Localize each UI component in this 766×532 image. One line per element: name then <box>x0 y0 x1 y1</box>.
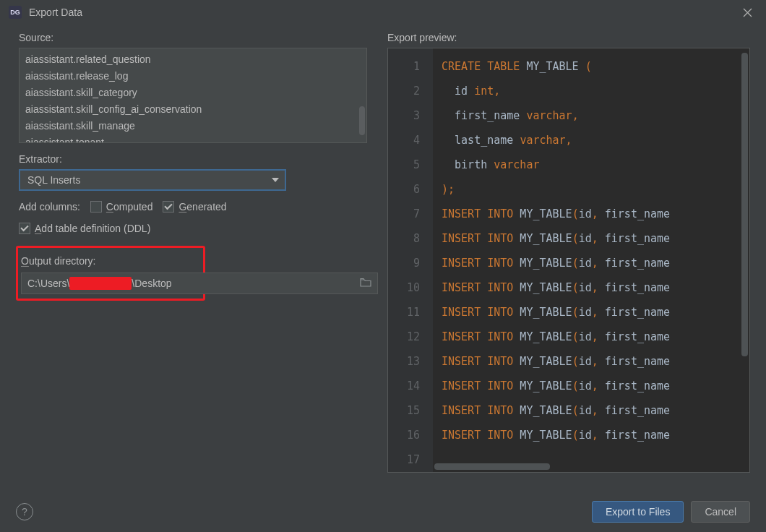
redacted-segment <box>69 277 132 290</box>
preview-horizontal-scrollbar[interactable] <box>434 463 550 470</box>
extractor-combobox[interactable]: SQL Inserts <box>19 169 286 191</box>
computed-label: Computed <box>106 201 153 213</box>
titlebar: DG Export Data <box>0 0 766 25</box>
list-item[interactable]: aiassistant.skill_manage <box>20 118 366 134</box>
list-item[interactable]: aiassistant.related_question <box>20 51 366 68</box>
source-list[interactable]: aiassistant.related_question aiassistant… <box>19 48 367 143</box>
extractor-value: SQL Inserts <box>27 174 272 186</box>
export-preview: 1234567891011121314151617 CREATE TABLE M… <box>387 48 750 473</box>
generated-checkbox[interactable]: Generated <box>163 201 226 213</box>
output-path-prefix: C:\Users\ <box>27 278 69 289</box>
code-area[interactable]: CREATE TABLE MY_TABLE ( id int, first_na… <box>433 48 749 472</box>
output-directory-input[interactable]: C:\Users\ \Desktop <box>21 273 378 294</box>
list-item[interactable]: aiassistant.release_log <box>20 68 366 85</box>
preview-label: Export preview: <box>387 32 750 43</box>
folder-icon[interactable] <box>360 278 371 290</box>
source-label: Source: <box>19 32 367 43</box>
chevron-down-icon <box>272 178 279 182</box>
preview-vertical-scrollbar[interactable] <box>741 53 748 356</box>
help-button[interactable]: ? <box>16 503 33 520</box>
source-list-scrollbar[interactable] <box>359 106 365 135</box>
output-path-suffix: \Desktop <box>132 278 171 289</box>
dialog-footer: ? Export to Files Cancel <box>0 492 766 532</box>
generated-label: Generated <box>178 201 226 213</box>
ddl-checkbox[interactable]: Add table definition (DDL) <box>19 223 150 234</box>
list-item[interactable]: aiassistant.tenant <box>20 134 366 143</box>
computed-checkbox[interactable]: Computed <box>90 201 153 213</box>
ddl-label: Add table definition (DDL) <box>35 223 150 234</box>
output-directory-highlight: Output directory: C:\Users\ \Desktop <box>16 246 205 301</box>
close-button[interactable] <box>737 2 757 22</box>
gutter: 1234567891011121314151617 <box>388 48 433 472</box>
add-columns-label: Add columns: <box>19 201 80 213</box>
cancel-button[interactable]: Cancel <box>691 501 750 523</box>
list-item[interactable]: aiassistant.skill_category <box>20 85 366 101</box>
app-icon: DG <box>9 6 22 19</box>
window-title: Export Data <box>29 7 737 18</box>
list-item[interactable]: aiassistant.skill_config_ai_conservation <box>20 101 366 118</box>
extractor-label: Extractor: <box>19 153 367 165</box>
export-to-files-button[interactable]: Export to Files <box>592 501 684 523</box>
